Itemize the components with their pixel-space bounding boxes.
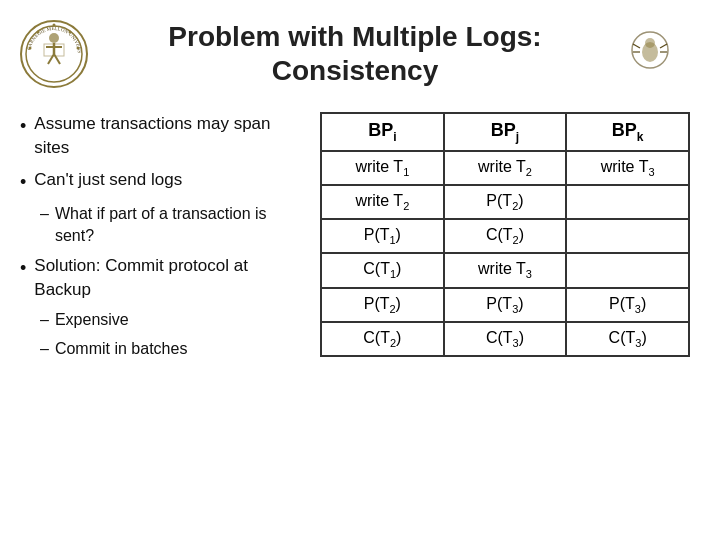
svg-point-12 <box>29 47 32 50</box>
svg-point-16 <box>645 38 655 48</box>
bullet-1: • Assume transactions may span sites <box>20 112 300 160</box>
bullet-dot-1: • <box>20 114 26 139</box>
svg-point-9 <box>53 24 56 27</box>
bullet-sub-2: – Expensive <box>40 309 300 331</box>
bullet-text-2: Can't just send logs <box>34 168 182 192</box>
col-header-bpi: BPi <box>321 113 444 151</box>
slide: CARNEGIE MELLON UNIVERSITY <box>0 0 720 540</box>
bullet-dash-3: – <box>40 338 49 360</box>
cell-r3c1: P(T1) <box>321 219 444 253</box>
bullet-dot-3: • <box>20 256 26 281</box>
cell-r4c1: C(T1) <box>321 253 444 287</box>
cell-r1c1: write T1 <box>321 151 444 185</box>
bullet-text-sub-3: Commit in batches <box>55 338 188 360</box>
title-block: Problem with Multiple Logs: Consistency <box>168 20 541 87</box>
cell-r3c2: C(T2) <box>444 219 567 253</box>
logo: CARNEGIE MELLON UNIVERSITY <box>20 20 90 90</box>
bullet-dash-1: – <box>40 203 49 225</box>
log-table: BPi BPj BPk write T1 write T2 write T3 w… <box>320 112 690 357</box>
cell-r2c1: write T2 <box>321 185 444 219</box>
svg-point-11 <box>37 31 40 34</box>
bullet-dash-2: – <box>40 309 49 331</box>
svg-point-13 <box>77 47 80 50</box>
table-row: P(T2) P(T3) P(T3) <box>321 288 689 322</box>
cell-r4c2: write T3 <box>444 253 567 287</box>
table-row: P(T1) C(T2) <box>321 219 689 253</box>
table-header-row: BPi BPj BPk <box>321 113 689 151</box>
main-content: • Assume transactions may span sites • C… <box>20 107 690 520</box>
table-row: C(T2) C(T3) C(T3) <box>321 322 689 356</box>
bullet-list: • Assume transactions may span sites • C… <box>20 107 300 520</box>
cell-r2c3 <box>566 185 689 219</box>
svg-point-10 <box>69 31 72 34</box>
table-row: C(T1) write T3 <box>321 253 689 287</box>
bullet-sub-1: – What if part of a transaction is sent? <box>40 203 300 248</box>
bullet-dot-2: • <box>20 170 26 195</box>
table-row: write T2 P(T2) <box>321 185 689 219</box>
slide-title-line2: Consistency <box>168 54 541 88</box>
cell-r4c3 <box>566 253 689 287</box>
cell-r3c3 <box>566 219 689 253</box>
svg-line-17 <box>633 44 640 48</box>
header: CARNEGIE MELLON UNIVERSITY <box>20 20 690 87</box>
cell-r5c1: P(T2) <box>321 288 444 322</box>
slide-title-line1: Problem with Multiple Logs: <box>168 20 541 54</box>
bullet-text-sub-2: Expensive <box>55 309 129 331</box>
svg-point-3 <box>49 33 59 43</box>
bullet-2: • Can't just send logs <box>20 168 300 195</box>
bullet-3: • Solution: Commit protocol at Backup <box>20 254 300 302</box>
bullet-text-sub-1: What if part of a transaction is sent? <box>55 203 300 248</box>
cell-r5c3: P(T3) <box>566 288 689 322</box>
table-row: write T1 write T2 write T3 <box>321 151 689 185</box>
svg-line-19 <box>660 44 667 48</box>
bullet-text-1: Assume transactions may span sites <box>34 112 300 160</box>
cell-r1c3: write T3 <box>566 151 689 185</box>
cell-r5c2: P(T3) <box>444 288 567 322</box>
cell-r1c2: write T2 <box>444 151 567 185</box>
bullet-sub-3: – Commit in batches <box>40 338 300 360</box>
cell-r6c3: C(T3) <box>566 322 689 356</box>
col-header-bpk: BPk <box>566 113 689 151</box>
bullet-text-3: Solution: Commit protocol at Backup <box>34 254 300 302</box>
corner-decoration <box>630 30 670 70</box>
cell-r6c2: C(T3) <box>444 322 567 356</box>
col-header-bpj: BPj <box>444 113 567 151</box>
table-wrapper: BPi BPj BPk write T1 write T2 write T3 w… <box>320 107 690 520</box>
cell-r2c2: P(T2) <box>444 185 567 219</box>
cell-r6c1: C(T2) <box>321 322 444 356</box>
